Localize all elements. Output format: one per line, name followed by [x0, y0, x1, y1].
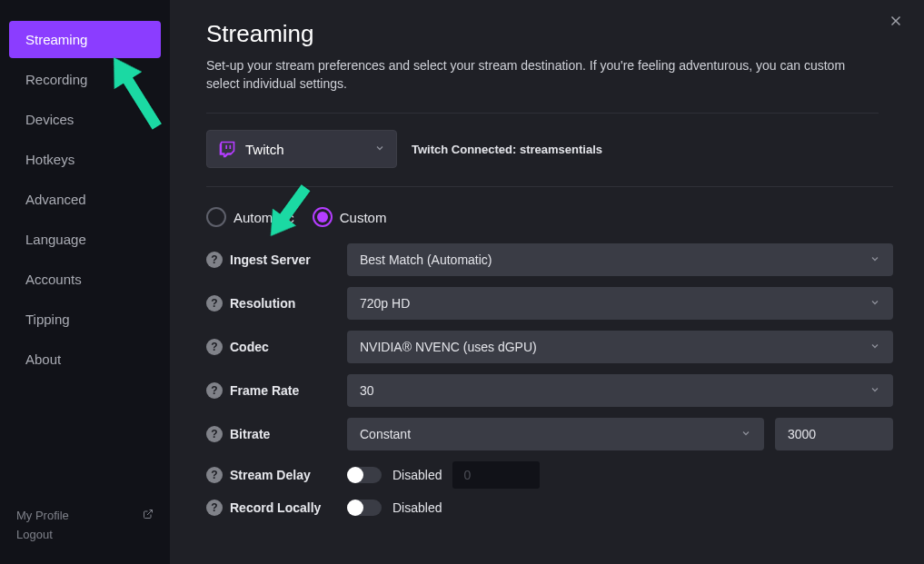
help-icon[interactable]: ? — [206, 500, 223, 516]
record-locally-toggle[interactable] — [347, 500, 382, 516]
bitrate-label: Bitrate — [230, 427, 270, 441]
sidebar-item-about[interactable]: About — [9, 341, 161, 378]
row-resolution: ? Resolution 720p HD — [206, 287, 893, 320]
destination-select[interactable]: Twitch — [206, 130, 397, 168]
sidebar-item-language[interactable]: Language — [9, 221, 161, 258]
row-framerate: ? Frame Rate 30 — [206, 374, 893, 407]
external-link-icon — [143, 509, 154, 522]
record-locally-status: Disabled — [392, 500, 442, 515]
chevron-down-icon — [869, 384, 880, 398]
framerate-value: 30 — [360, 383, 869, 398]
radio-custom[interactable]: Custom — [313, 207, 387, 227]
codec-select[interactable]: NVIDIA® NVENC (uses dGPU) — [347, 331, 893, 363]
stream-delay-status: Disabled — [392, 468, 442, 482]
main-panel: Streaming Set-up your stream preferences… — [170, 0, 924, 564]
sidebar-item-hotkeys[interactable]: Hotkeys — [9, 141, 161, 178]
row-bitrate: ? Bitrate Constant 3000 — [206, 418, 893, 450]
help-icon[interactable]: ? — [206, 339, 223, 355]
my-profile-label: My Profile — [16, 509, 69, 522]
framerate-select[interactable]: 30 — [347, 374, 893, 407]
row-ingest-server: ? Ingest Server Best Match (Automatic) — [206, 243, 893, 276]
codec-label: Codec — [230, 340, 269, 354]
twitch-icon — [218, 140, 236, 158]
bitrate-mode-select[interactable]: Constant — [347, 418, 764, 450]
help-icon[interactable]: ? — [206, 295, 223, 312]
stream-delay-label: Stream Delay — [230, 468, 311, 482]
codec-value: NVIDIA® NVENC (uses dGPU) — [360, 340, 869, 354]
record-locally-label: Record Locally — [230, 500, 321, 515]
radio-circle-selected-icon — [313, 207, 333, 227]
radio-circle-icon — [206, 207, 226, 227]
help-icon[interactable]: ? — [206, 252, 223, 268]
sidebar-footer: My Profile Logout — [0, 497, 170, 553]
sidebar-item-accounts[interactable]: Accounts — [9, 261, 161, 298]
my-profile-link[interactable]: My Profile — [16, 506, 154, 525]
chevron-down-icon — [869, 341, 880, 354]
help-icon[interactable]: ? — [206, 467, 223, 483]
ingest-select[interactable]: Best Match (Automatic) — [347, 243, 893, 276]
connection-status: Twitch Connected: streamsentials — [412, 143, 602, 156]
stream-delay-toggle[interactable] — [347, 467, 382, 483]
svg-line-0 — [147, 510, 153, 516]
sidebar-item-advanced[interactable]: Advanced — [9, 181, 161, 218]
ingest-value: Best Match (Automatic) — [360, 252, 869, 267]
chevron-down-icon — [740, 428, 751, 441]
row-stream-delay: ? Stream Delay Disabled 0 — [206, 461, 893, 489]
chevron-down-icon — [869, 253, 880, 267]
row-record-locally: ? Record Locally Disabled — [206, 500, 893, 516]
close-button[interactable] — [888, 13, 904, 34]
resolution-select[interactable]: 720p HD — [347, 287, 893, 320]
chevron-down-icon — [374, 143, 385, 156]
page-subtitle: Set-up your stream preferences and selec… — [206, 57, 879, 114]
help-icon[interactable]: ? — [206, 426, 223, 442]
row-codec: ? Codec NVIDIA® NVENC (uses dGPU) — [206, 331, 893, 363]
radio-custom-label: Custom — [340, 210, 387, 225]
bitrate-input[interactable]: 3000 — [775, 418, 893, 450]
ingest-label: Ingest Server — [230, 252, 311, 267]
destination-label: Twitch — [245, 142, 374, 157]
sidebar-item-tipping[interactable]: Tipping — [9, 301, 161, 338]
resolution-label: Resolution — [230, 296, 295, 311]
stream-delay-input[interactable]: 0 — [452, 461, 540, 489]
destination-row: Twitch Twitch Connected: streamsentials — [206, 114, 893, 187]
page-title: Streaming — [206, 20, 893, 48]
resolution-value: 720p HD — [360, 296, 869, 311]
logout-link[interactable]: Logout — [16, 525, 154, 544]
bitrate-mode-value: Constant — [360, 427, 740, 441]
help-icon[interactable]: ? — [206, 382, 223, 399]
logout-label: Logout — [16, 528, 53, 541]
framerate-label: Frame Rate — [230, 383, 299, 398]
sidebar-item-streaming[interactable]: Streaming — [9, 21, 161, 58]
chevron-down-icon — [869, 297, 880, 311]
